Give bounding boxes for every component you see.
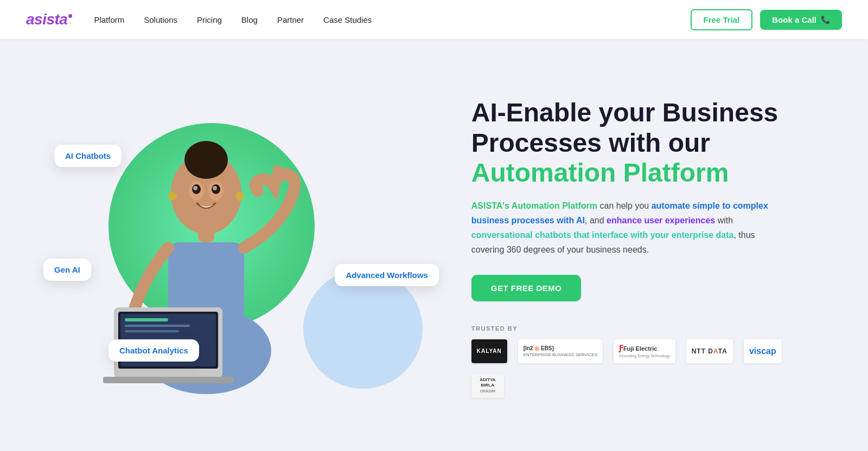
logo-in2ebs: [In2 ◎ EBS] ENTERPRISE BUSINESS SERVICES (518, 339, 603, 363)
nav-item-blog[interactable]: Blog (241, 15, 258, 24)
hero-visual: AI Chatbots Gen AI Advanced Workflows Ch… (43, 91, 450, 405)
logo-text: asista (26, 11, 67, 28)
hero-content: AI-Enable your Business Processes with o… (450, 98, 825, 397)
nav-actions: Free Trial Book a Call 📞 (691, 9, 842, 30)
get-free-demo-button[interactable]: GET FREE DEMO (471, 275, 582, 301)
logo-fuji: ƑFuji Electric Innovating Energy Technol… (614, 339, 675, 363)
desc-plain1: can help you (597, 201, 652, 210)
kalyan-text: KALYAN (477, 348, 502, 354)
navigation: asista Platform Solutions Pricing Blog P… (0, 0, 868, 39)
chatbot-analytics-label: Chatbot Analytics (119, 346, 188, 355)
hero-section: AI Chatbots Gen AI Advanced Workflows Ch… (0, 39, 868, 451)
hero-title-line2: Processes with our (471, 128, 710, 157)
desc-and: , and (585, 216, 607, 225)
desc-brand: ASISTA's Automation Platform (471, 201, 597, 210)
logo[interactable]: asista (26, 11, 72, 28)
desc-enhance: enhance user experiences (607, 216, 715, 225)
logo-kalyan: KALYAN (471, 339, 507, 363)
logo-nttdata: NTT DATA (686, 339, 733, 363)
hero-title-line1: AI-Enable your Business (471, 98, 778, 127)
svg-rect-20 (125, 325, 190, 327)
nav-item-solutions[interactable]: Solutions (144, 15, 177, 24)
nav-item-partner[interactable]: Partner (277, 15, 304, 24)
nav-item-case-studies[interactable]: Case Studies (323, 15, 372, 24)
book-call-label: Book a Call (772, 15, 816, 24)
svg-rect-22 (103, 377, 233, 383)
phone-icon: 📞 (821, 15, 830, 24)
in2ebs-text: [In2 ◎ EBS] ENTERPRISE BUSINESS SERVICES (524, 345, 597, 357)
nav-item-pricing[interactable]: Pricing (197, 15, 222, 24)
circle-blue-bg (303, 269, 423, 389)
trusted-by-label: TRUSTED BY (471, 325, 825, 332)
svg-point-10 (193, 186, 197, 190)
nttdata-text: NTT DATA (692, 347, 727, 355)
float-card-ai-chatbots: AI Chatbots (54, 145, 122, 167)
svg-rect-19 (125, 318, 168, 321)
trusted-logos: KALYAN [In2 ◎ EBS] ENTERPRISE BUSINESS S… (471, 339, 825, 398)
free-trial-button[interactable]: Free Trial (691, 9, 753, 30)
hero-description: ASISTA's Automation Platform can help yo… (471, 198, 786, 257)
svg-point-12 (168, 192, 177, 201)
advanced-workflows-label: Advanced Workflows (346, 270, 427, 280)
logo-dot (68, 14, 72, 18)
float-card-chatbot-analytics: Chatbot Analytics (108, 339, 199, 362)
svg-point-11 (213, 186, 217, 190)
logo-aditya-birla: ADITYABIRLAORASIM (471, 374, 504, 398)
logo-viscap: viscap (744, 339, 782, 363)
float-card-gen-ai: Gen AI (43, 259, 91, 281)
hero-title-line3: Automation Platform (471, 158, 729, 187)
desc-chatbots: conversational chatbots that interface w… (471, 230, 734, 240)
nav-links: Platform Solutions Pricing Blog Partner … (94, 15, 690, 24)
svg-point-15 (272, 165, 283, 176)
trusted-by-section: TRUSTED BY KALYAN [In2 ◎ EBS] ENTERPRISE… (471, 325, 825, 398)
nav-item-platform[interactable]: Platform (94, 15, 124, 24)
aditya-text: ADITYABIRLAORASIM (480, 377, 495, 394)
viscap-text: viscap (749, 346, 776, 356)
book-call-button[interactable]: Book a Call 📞 (760, 10, 842, 30)
svg-point-5 (190, 144, 222, 167)
svg-point-13 (235, 192, 244, 201)
gen-ai-label: Gen AI (54, 265, 80, 274)
fuji-text: ƑFuji Electric Innovating Energy Technol… (619, 344, 670, 358)
float-card-advanced-workflows: Advanced Workflows (335, 264, 438, 286)
ai-chatbots-label: AI Chatbots (65, 151, 111, 160)
desc-with: with (715, 216, 733, 225)
svg-rect-21 (125, 330, 179, 332)
hero-title: AI-Enable your Business Processes with o… (471, 98, 825, 188)
